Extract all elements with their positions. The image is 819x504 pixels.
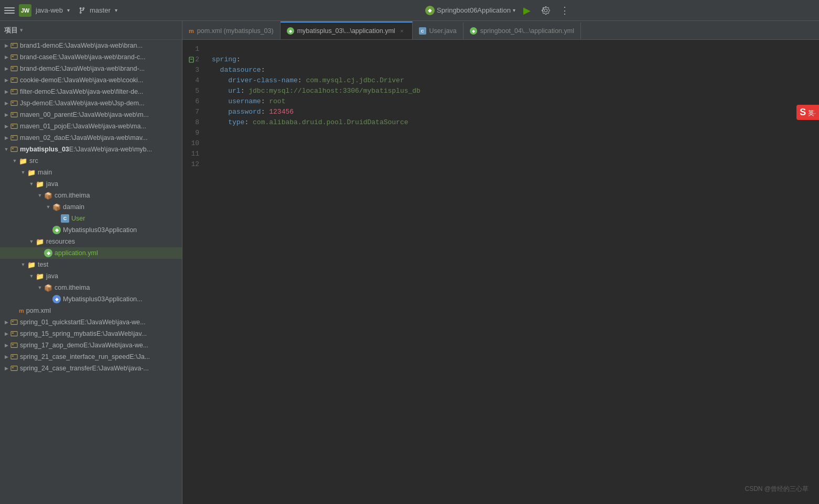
tree-item-src[interactable]: ▼ 📁 src bbox=[0, 155, 182, 167]
tree-item-com-itheima[interactable]: ▼ 📦 com.itheima bbox=[0, 190, 182, 201]
line-num-1: 1 bbox=[182, 44, 199, 54]
svg-rect-4 bbox=[11, 67, 17, 71]
tree-item-test[interactable]: ▼ 📁 test bbox=[0, 259, 182, 270]
line-num-7: 7 bbox=[182, 107, 199, 117]
tab-springboot-app-yml[interactable]: ◆ springboot_04\...\application.yml bbox=[464, 23, 581, 39]
tree-label-brand1-demo: brand1-demo bbox=[20, 42, 59, 49]
git-branch-icon bbox=[78, 7, 85, 14]
tree-path-spring-17: E:\JavaWeb\java-we... bbox=[83, 342, 148, 349]
tree-item-test-java[interactable]: ▼ 📁 java bbox=[0, 270, 182, 282]
tab-close-application-yml[interactable]: × bbox=[398, 27, 406, 35]
tree-item-spring-24-case-transfer[interactable]: ▶ spring_24_case_transfer E:\JavaWeb\jav… bbox=[0, 363, 182, 374]
tree-item-java[interactable]: ▼ 📁 java bbox=[0, 178, 182, 190]
tree-item-application-yml[interactable]: ◆ application.yml bbox=[0, 247, 182, 259]
tree-item-maven-02-dao[interactable]: ▶ maven_02_dao E:\JavaWeb\java-web\mav..… bbox=[0, 132, 182, 144]
tab-application-yml[interactable]: ◆ mybatisplus_03\...\application.yml × bbox=[281, 21, 413, 39]
tree-label-maven-02-dao: maven_02_dao bbox=[20, 134, 65, 141]
tree-arrow-main: ▼ bbox=[19, 168, 27, 177]
tree-item-resources[interactable]: ▼ 📁 resources bbox=[0, 236, 182, 247]
tree-label-pom-xml: pom.xml bbox=[26, 307, 51, 314]
svg-rect-3 bbox=[12, 56, 14, 57]
svg-rect-29 bbox=[12, 367, 14, 368]
svg-rect-25 bbox=[12, 344, 14, 345]
tree-item-mybatisplus-03[interactable]: ▼ mybatisplus_03 E:\JavaWeb\java-web\myb… bbox=[0, 144, 182, 155]
tree-arrow-cookie-demo: ▶ bbox=[2, 76, 10, 84]
tree-path-brand-demo: E:\JavaWeb\java-web\brand-... bbox=[55, 65, 145, 72]
tree-item-pom-xml[interactable]: m pom.xml bbox=[0, 305, 182, 316]
tab-pom-xml[interactable]: m pom.xml (mybatisplus_03) bbox=[182, 23, 281, 39]
module-icon-brand-case bbox=[10, 53, 18, 61]
run-button[interactable]: ▶ bbox=[520, 3, 534, 18]
module-icon-maven-01-pojo bbox=[10, 123, 18, 130]
line-num-8: 8 bbox=[182, 117, 199, 128]
line-num-12: 12 bbox=[182, 159, 199, 170]
tree-item-cookie-demo[interactable]: ▶ cookie-demo E:\JavaWeb\java-web\cooki.… bbox=[0, 74, 182, 86]
tree-arrow-spring-01-quickstart: ▶ bbox=[2, 318, 10, 326]
tree-item-brand1-demo[interactable]: ▶ brand1-demo E:\JavaWeb\java-web\bran..… bbox=[0, 40, 182, 51]
code-password-key: password bbox=[228, 108, 261, 116]
tree-item-spring-21-case[interactable]: ▶ spring_21_case_interface_run_speed E:\… bbox=[0, 351, 182, 363]
tree-label-maven-00-parent: maven_00_parent bbox=[20, 111, 73, 118]
tree-item-damain[interactable]: ▼ 📦 damain bbox=[0, 201, 182, 213]
code-colon-3: : bbox=[298, 76, 306, 84]
tree-item-spring-15-spring-mybatis[interactable]: ▶ spring_15_spring_mybatis E:\JavaWeb\ja… bbox=[0, 328, 182, 339]
tree-item-filter-demo[interactable]: ▶ filter-demo E:\JavaWeb\java-web\filter… bbox=[0, 86, 182, 97]
tree-path-maven-00-parent: E:\JavaWeb\java-web\m... bbox=[73, 111, 149, 118]
tree-item-test-com-itheima[interactable]: ▼ 📦 com.itheima bbox=[0, 282, 182, 293]
svg-rect-18 bbox=[11, 147, 17, 152]
module-icon-mybatisplus-03 bbox=[10, 146, 18, 153]
code-colon-2: : bbox=[261, 66, 265, 74]
tree-item-mybatisplus03app[interactable]: ◆ Mybatisplus03Application bbox=[0, 224, 182, 236]
module-icon-filter-demo bbox=[10, 88, 18, 95]
tree-arrow-maven-00-parent: ▶ bbox=[2, 111, 10, 119]
sidebar: 项目 ▾ ▶ brand1-demo E:\JavaWeb\java-web\b… bbox=[0, 21, 182, 504]
svg-rect-17 bbox=[12, 136, 14, 138]
branch-name[interactable]: master bbox=[90, 6, 111, 14]
tree-arrow-brand-case: ▶ bbox=[2, 53, 10, 61]
run-config[interactable]: ◆ Springboot06Application ▾ bbox=[425, 6, 515, 15]
tree-arrow-test: ▼ bbox=[19, 260, 27, 269]
class-icon-user: C bbox=[61, 214, 69, 223]
tab-label-application-yml: mybatisplus_03\...\application.yml bbox=[297, 27, 395, 35]
tree-item-jsp-demo[interactable]: ▶ Jsp-demo E:\JavaWeb\java-web\Jsp-dem..… bbox=[0, 97, 182, 109]
tree-label-spring-24: spring_24_case_transfer bbox=[20, 365, 92, 372]
tree-arrow-spring-15: ▶ bbox=[2, 330, 10, 338]
more-button[interactable]: ⋮ bbox=[557, 3, 572, 18]
tree-item-maven-00-parent[interactable]: ▶ maven_00_parent E:\JavaWeb\java-web\m.… bbox=[0, 109, 182, 120]
title-bar-center: ◆ Springboot06Application ▾ ▶ ⋮ bbox=[182, 3, 815, 18]
tree-item-user-class[interactable]: C User bbox=[0, 213, 182, 224]
folder-icon-resources: 📁 bbox=[36, 238, 44, 246]
tree-item-brand-demo[interactable]: ▶ brand-demo E:\JavaWeb\java-web\brand-.… bbox=[0, 63, 182, 74]
tree-item-maven-01-pojo[interactable]: ▶ maven_01_pojo E:\JavaWeb\java-web\ma..… bbox=[0, 120, 182, 132]
maven-icon-pom: m bbox=[19, 308, 24, 314]
svg-rect-9 bbox=[12, 90, 14, 92]
line-numbers: 1 2 3 4 5 6 7 8 9 10 11 12 bbox=[182, 40, 203, 504]
tree-path-mybatisplus-03: E:\JavaWeb\java-web\myb... bbox=[69, 146, 152, 153]
tree-item-spring-01-quickstart[interactable]: ▶ spring_01_quickstart E:\JavaWeb\java-w… bbox=[0, 316, 182, 328]
tab-icon-pom-xml: m bbox=[189, 28, 194, 34]
settings-button[interactable] bbox=[538, 3, 553, 18]
project-name[interactable]: java-web bbox=[36, 6, 63, 14]
tree-arrow-brand-demo: ▶ bbox=[2, 64, 10, 73]
tab-icon-application-yml: ◆ bbox=[287, 27, 294, 35]
tree-arrow-jsp-demo: ▶ bbox=[2, 99, 10, 107]
tree-label-spring-01-quickstart: spring_01_quickstart bbox=[20, 319, 80, 326]
module-icon-spring-17 bbox=[10, 342, 18, 349]
code-content[interactable]: spring: datasource: driver-class-name: c… bbox=[203, 40, 819, 504]
line-num-5: 5 bbox=[182, 86, 199, 96]
code-editor[interactable]: 1 2 3 4 5 6 7 8 9 10 11 12 spring: datas… bbox=[182, 40, 819, 504]
hamburger-icon[interactable] bbox=[4, 5, 15, 16]
springboot-icon-app: ◆ bbox=[52, 226, 61, 234]
code-colon-7: : bbox=[244, 118, 253, 126]
line-num-4: 4 bbox=[182, 75, 199, 86]
right-widget[interactable]: S 英· bbox=[796, 105, 819, 120]
tree-item-spring-17-aop-demo[interactable]: ▶ spring_17_aop_demo E:\JavaWeb\java-we.… bbox=[0, 339, 182, 351]
tree-item-main[interactable]: ▼ 📁 main bbox=[0, 167, 182, 178]
tree-item-test-app[interactable]: ◆ Mybatisplus03Application... bbox=[0, 293, 182, 305]
tree-path-brand-case: E:\JavaWeb\java-web\brand-c... bbox=[53, 53, 146, 61]
tab-user-java[interactable]: C User.java bbox=[413, 23, 464, 39]
tree-item-brand-case[interactable]: ▶ brand-case E:\JavaWeb\java-web\brand-c… bbox=[0, 51, 182, 63]
project-chevron-icon: ▾ bbox=[67, 7, 70, 13]
tree-arrow-damain: ▼ bbox=[44, 203, 52, 211]
folder-icon-java: 📁 bbox=[36, 180, 44, 188]
